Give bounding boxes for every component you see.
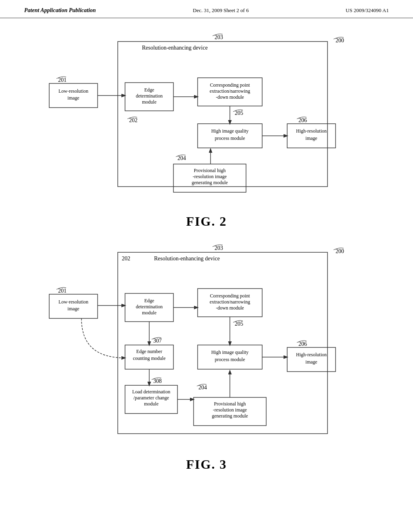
- page-content: 200 203 Resolution-enhancing device 201 …: [0, 18, 413, 496]
- svg-text:201: 201: [58, 77, 67, 83]
- svg-text:Resolution-enhancing device: Resolution-enhancing device: [154, 256, 220, 262]
- svg-text:-down module: -down module: [216, 94, 244, 100]
- fig2-label: FIG. 2: [24, 214, 389, 229]
- svg-text:204: 204: [177, 155, 186, 161]
- svg-text:/parameter change: /parameter change: [133, 395, 169, 401]
- svg-text:308: 308: [153, 378, 162, 384]
- svg-text:module: module: [144, 401, 159, 407]
- svg-text:Low-resolution: Low-resolution: [58, 88, 88, 94]
- svg-text:extraction/narrowing: extraction/narrowing: [210, 299, 250, 305]
- svg-text:image: image: [305, 135, 317, 141]
- svg-text:extraction/narrowing: extraction/narrowing: [210, 88, 250, 94]
- fig3-diagram: 200 202 203 Resolution-enhancing device …: [29, 241, 384, 451]
- page-header: Patent Application Publication Dec. 31, …: [0, 0, 413, 18]
- svg-text:Edge: Edge: [144, 298, 154, 303]
- svg-text:High image quality: High image quality: [211, 128, 249, 134]
- svg-text:module: module: [142, 99, 156, 105]
- svg-text:counting module: counting module: [133, 355, 166, 361]
- svg-text:203: 203: [215, 34, 223, 40]
- svg-text:High-resolution: High-resolution: [296, 128, 327, 134]
- svg-text:process module: process module: [215, 135, 245, 141]
- figure-2-section: 200 203 Resolution-enhancing device 201 …: [24, 30, 389, 229]
- svg-text:201: 201: [58, 288, 67, 294]
- svg-text:205: 205: [235, 110, 243, 116]
- svg-text:Provisional high: Provisional high: [214, 401, 246, 407]
- svg-text:-down module: -down module: [216, 305, 244, 311]
- svg-text:-resolution image: -resolution image: [193, 174, 227, 179]
- svg-text:Edge: Edge: [144, 87, 154, 93]
- svg-text:204: 204: [198, 384, 207, 391]
- figure-3-section: 200 202 203 Resolution-enhancing device …: [24, 241, 389, 472]
- svg-text:High image quality: High image quality: [211, 349, 249, 355]
- svg-text:202: 202: [129, 117, 138, 123]
- svg-text:process module: process module: [215, 357, 245, 362]
- svg-text:200: 200: [336, 248, 344, 254]
- svg-text:module: module: [142, 310, 156, 316]
- svg-text:200: 200: [336, 37, 344, 44]
- svg-text:Resolution-enhancing device: Resolution-enhancing device: [142, 45, 208, 51]
- header-publication-label: Patent Application Publication: [24, 7, 96, 14]
- svg-text:generating module: generating module: [212, 413, 248, 419]
- svg-text:205: 205: [235, 321, 243, 327]
- header-date-sheet: Dec. 31, 2009 Sheet 2 of 6: [193, 7, 249, 14]
- svg-text:determination: determination: [136, 304, 163, 310]
- svg-text:206: 206: [298, 341, 307, 347]
- svg-text:307: 307: [153, 338, 162, 344]
- svg-text:image: image: [67, 306, 79, 312]
- svg-text:Corresponding point: Corresponding point: [210, 293, 250, 299]
- svg-text:Provisional high: Provisional high: [194, 168, 225, 173]
- svg-text:image: image: [305, 359, 317, 365]
- svg-text:-resolution image: -resolution image: [213, 407, 247, 413]
- fig3-label: FIG. 3: [24, 457, 389, 472]
- svg-text:Low-resolution: Low-resolution: [58, 299, 88, 305]
- svg-text:Load determination: Load determination: [132, 389, 170, 395]
- svg-text:determination: determination: [136, 93, 163, 99]
- svg-text:203: 203: [215, 245, 223, 251]
- svg-rect-2: [118, 42, 327, 187]
- svg-text:202: 202: [122, 256, 130, 262]
- svg-text:Edge number: Edge number: [136, 349, 162, 354]
- fig2-diagram: 200 203 Resolution-enhancing device 201 …: [29, 30, 384, 208]
- svg-text:image: image: [67, 95, 79, 101]
- svg-text:Corresponding point: Corresponding point: [210, 82, 250, 88]
- header-patent-number: US 2009/324090 A1: [346, 7, 389, 14]
- svg-text:206: 206: [298, 117, 307, 123]
- svg-text:High-resolution: High-resolution: [296, 352, 327, 357]
- svg-text:generating module: generating module: [192, 180, 228, 185]
